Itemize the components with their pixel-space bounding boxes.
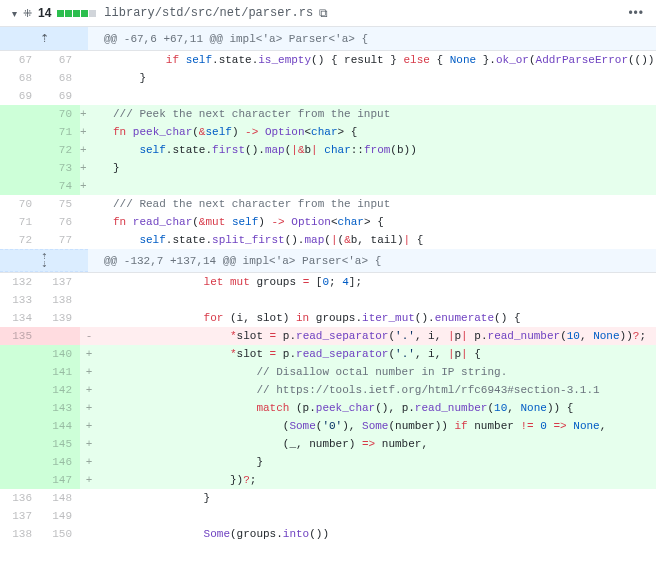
- old-line-number[interactable]: [0, 141, 40, 159]
- new-line-number[interactable]: 69: [40, 87, 80, 105]
- chevron-down-icon[interactable]: ▾: [12, 8, 17, 19]
- diff-line[interactable]: 144+ (Some('0'), Some(number)) if number…: [0, 417, 656, 435]
- diff-line[interactable]: 6767 if self.state.is_empty() { result }…: [0, 51, 656, 69]
- new-line-number[interactable]: 67: [40, 51, 80, 69]
- old-line-number[interactable]: [0, 417, 40, 435]
- old-line-number[interactable]: 133: [0, 291, 40, 309]
- new-line-number[interactable]: 138: [40, 291, 80, 309]
- new-line-number[interactable]: 72: [40, 141, 80, 159]
- diff-line[interactable]: 133138: [0, 291, 656, 309]
- code-content: let mut groups = [0; 4];: [98, 273, 656, 291]
- old-line-number[interactable]: 137: [0, 507, 40, 525]
- old-line-number[interactable]: 136: [0, 489, 40, 507]
- new-line-number[interactable]: 77: [40, 231, 80, 249]
- old-line-number[interactable]: 68: [0, 69, 40, 87]
- diff-line[interactable]: 135- *slot = p.read_separator('.', i, |p…: [0, 327, 656, 345]
- diff-line[interactable]: 147+ })?;: [0, 471, 656, 489]
- change-marker: [80, 489, 98, 507]
- diff-line[interactable]: 146+ }: [0, 453, 656, 471]
- diff-line[interactable]: 74+: [0, 177, 656, 195]
- diff-line[interactable]: 7176 fn read_char(&mut self) -> Option<c…: [0, 213, 656, 231]
- new-line-number[interactable]: 68: [40, 69, 80, 87]
- diff-line[interactable]: 134139 for (i, slot) in groups.iter_mut(…: [0, 309, 656, 327]
- diff-line[interactable]: 141+ // Disallow octal number in IP stri…: [0, 363, 656, 381]
- old-line-number[interactable]: [0, 159, 40, 177]
- file-path[interactable]: library/std/src/net/parser.rs: [104, 6, 313, 20]
- old-line-number[interactable]: [0, 177, 40, 195]
- old-line-number[interactable]: [0, 105, 40, 123]
- code-content: match (p.peek_char(), p.read_number(10, …: [98, 399, 656, 417]
- old-line-number[interactable]: [0, 345, 40, 363]
- kebab-menu-icon[interactable]: •••: [628, 6, 644, 20]
- old-line-number[interactable]: [0, 435, 40, 453]
- diff-line[interactable]: 136148 }: [0, 489, 656, 507]
- old-line-number[interactable]: 69: [0, 87, 40, 105]
- diff-line[interactable]: 143+ match (p.peek_char(), p.read_number…: [0, 399, 656, 417]
- code-content: }: [87, 69, 656, 87]
- new-line-number[interactable]: 144: [40, 417, 80, 435]
- diff-line[interactable]: 142+ // https://tools.ietf.org/html/rfc6…: [0, 381, 656, 399]
- code-content: (_, number) => number,: [98, 435, 656, 453]
- old-line-number[interactable]: [0, 381, 40, 399]
- old-line-number[interactable]: 135: [0, 327, 40, 345]
- new-line-number[interactable]: 139: [40, 309, 80, 327]
- old-line-number[interactable]: [0, 453, 40, 471]
- diff-stat-bars: [57, 10, 96, 17]
- code-content: self.state.split_first().map(|(&b, tail)…: [87, 231, 656, 249]
- diff-line[interactable]: 72+ self.state.first().map(|&b| char::fr…: [0, 141, 656, 159]
- new-line-number[interactable]: 75: [40, 195, 80, 213]
- diff-line[interactable]: 6868 }: [0, 69, 656, 87]
- old-line-number[interactable]: 138: [0, 525, 40, 543]
- hunk-text: @@ -67,6 +67,11 @@ impl<'a> Parser<'a> {: [88, 27, 656, 50]
- new-line-number[interactable]: 150: [40, 525, 80, 543]
- change-marker: [80, 51, 87, 69]
- new-line-number[interactable]: 70: [40, 105, 80, 123]
- code-content: [98, 507, 656, 525]
- new-line-number[interactable]: 74: [40, 177, 80, 195]
- code-content: /// Read the next character from the inp…: [87, 195, 656, 213]
- old-line-number[interactable]: [0, 363, 40, 381]
- expand-both-icon[interactable]: ⇡⇣: [0, 249, 88, 272]
- new-line-number[interactable]: 76: [40, 213, 80, 231]
- change-marker: -: [80, 327, 98, 345]
- old-line-number[interactable]: 132: [0, 273, 40, 291]
- new-line-number[interactable]: 142: [40, 381, 80, 399]
- old-line-number[interactable]: [0, 399, 40, 417]
- new-line-number[interactable]: [40, 327, 80, 345]
- new-line-number[interactable]: 73: [40, 159, 80, 177]
- new-line-number[interactable]: 140: [40, 345, 80, 363]
- diff-line[interactable]: 145+ (_, number) => number,: [0, 435, 656, 453]
- diff-line[interactable]: 137149: [0, 507, 656, 525]
- old-line-number[interactable]: [0, 471, 40, 489]
- expand-icon[interactable]: ⁜: [23, 7, 32, 20]
- diff-line[interactable]: 73+ }: [0, 159, 656, 177]
- new-line-number[interactable]: 148: [40, 489, 80, 507]
- expand-up-icon[interactable]: ⇡: [0, 27, 88, 50]
- new-line-number[interactable]: 137: [40, 273, 80, 291]
- new-line-number[interactable]: 146: [40, 453, 80, 471]
- change-marker: [80, 507, 98, 525]
- diff-line[interactable]: 70+ /// Peek the next character from the…: [0, 105, 656, 123]
- old-line-number[interactable]: 72: [0, 231, 40, 249]
- diff-line[interactable]: 140+ *slot = p.read_separator('.', i, |p…: [0, 345, 656, 363]
- new-line-number[interactable]: 147: [40, 471, 80, 489]
- diff-line[interactable]: 71+ fn peek_char(&self) -> Option<char> …: [0, 123, 656, 141]
- new-line-number[interactable]: 149: [40, 507, 80, 525]
- new-line-number[interactable]: 143: [40, 399, 80, 417]
- new-line-number[interactable]: 71: [40, 123, 80, 141]
- diff-line[interactable]: 6969: [0, 87, 656, 105]
- code-content: fn read_char(&mut self) -> Option<char> …: [87, 213, 656, 231]
- old-line-number[interactable]: 134: [0, 309, 40, 327]
- code-content: (Some('0'), Some(number)) if number != 0…: [98, 417, 656, 435]
- diff-line[interactable]: 7075 /// Read the next character from th…: [0, 195, 656, 213]
- old-line-number[interactable]: 67: [0, 51, 40, 69]
- new-line-number[interactable]: 141: [40, 363, 80, 381]
- old-line-number[interactable]: 70: [0, 195, 40, 213]
- diff-line[interactable]: 132137 let mut groups = [0; 4];: [0, 273, 656, 291]
- diff-line[interactable]: 138150 Some(groups.into()): [0, 525, 656, 543]
- copy-path-icon[interactable]: ⧉: [319, 6, 328, 20]
- old-line-number[interactable]: [0, 123, 40, 141]
- old-line-number[interactable]: 71: [0, 213, 40, 231]
- new-line-number[interactable]: 145: [40, 435, 80, 453]
- diff-line[interactable]: 7277 self.state.split_first().map(|(&b, …: [0, 231, 656, 249]
